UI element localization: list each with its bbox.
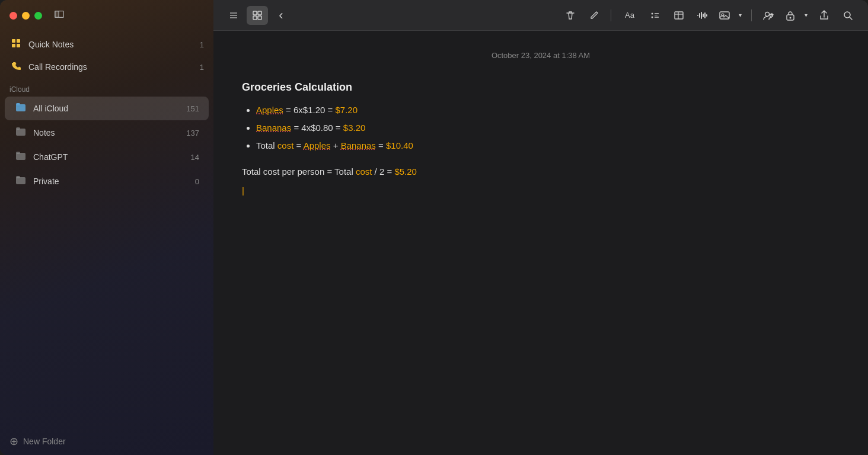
all-icloud-count: 151: [186, 104, 199, 113]
bananas-value: $3.20: [343, 123, 366, 133]
maximize-button[interactable]: [34, 12, 42, 20]
format-list-button[interactable]: [644, 6, 666, 25]
compose-button[interactable]: [583, 6, 605, 25]
photo-button[interactable]: [716, 6, 733, 25]
lock-button[interactable]: [781, 6, 799, 25]
share-icon: [819, 10, 829, 21]
quick-notes-label: Quick Notes: [28, 40, 194, 49]
sidebar-toggle-button[interactable]: [54, 9, 65, 23]
sidebar: Quick Notes 1 Call Recordings 1 iCloud: [0, 0, 213, 455]
private-count: 0: [195, 177, 199, 186]
new-folder-label: New Folder: [23, 437, 66, 446]
svg-rect-5: [17, 44, 20, 47]
per-person-cost: cost: [356, 166, 372, 177]
all-icloud-label: All iCloud: [33, 104, 180, 113]
photo-icon: [719, 10, 730, 21]
table-icon: [674, 10, 684, 21]
svg-point-21: [652, 12, 653, 14]
new-folder-button[interactable]: ⊕ New Folder: [9, 435, 204, 448]
audio-icon: [697, 10, 709, 21]
folder-all-icloud[interactable]: All iCloud 151: [5, 97, 209, 120]
toolbar-divider-1: [611, 9, 611, 21]
format-list-icon: [650, 10, 660, 21]
back-button[interactable]: ‹: [270, 6, 292, 25]
share-button[interactable]: [813, 6, 835, 25]
total-plus: +: [331, 140, 341, 150]
table-button[interactable]: [668, 6, 690, 25]
photo-dropdown-button[interactable]: ▾: [735, 6, 745, 25]
note-total-per-person: Total cost per person = Total cost / 2 =…: [242, 165, 840, 179]
cursor-indicator: |: [242, 185, 244, 196]
svg-rect-17: [253, 11, 257, 15]
chatgpt-count: 14: [191, 153, 199, 162]
search-button[interactable]: [837, 6, 859, 25]
svg-point-22: [652, 16, 653, 18]
collaborate-button[interactable]: [758, 6, 779, 25]
svg-rect-13: [16, 176, 20, 178]
sidebar-item-quick-notes[interactable]: Quick Notes 1: [0, 33, 213, 56]
total-cost-text: cost: [277, 140, 294, 150]
note-cursor-line[interactable]: |: [242, 184, 840, 198]
total-eq: =: [293, 140, 303, 150]
svg-rect-4: [12, 44, 15, 47]
lock-dropdown: ▾: [781, 6, 811, 25]
svg-rect-18: [258, 11, 261, 15]
delete-button[interactable]: [560, 6, 581, 25]
folder-chatgpt[interactable]: ChatGPT 14: [5, 145, 209, 169]
quick-notes-icon: [9, 38, 23, 51]
grid-view-button[interactable]: [247, 6, 268, 25]
list-view-icon: [228, 10, 239, 21]
grid-view-icon: [252, 10, 263, 21]
folder-notes[interactable]: Notes 137: [5, 121, 209, 145]
folder-private[interactable]: Private 0: [5, 169, 209, 193]
note-date: October 23, 2024 at 1:38 AM: [242, 50, 840, 62]
total-apples: Apples: [304, 140, 331, 150]
call-recordings-count: 1: [200, 63, 204, 72]
note-title[interactable]: Groceries Calculation: [242, 79, 840, 96]
total-bananas: Bananas: [341, 140, 376, 150]
titlebar: [0, 0, 213, 31]
lock-icon: [786, 10, 795, 21]
note-list-item-bananas: Bananas = 4x$0.80 = $3.20: [256, 121, 840, 135]
font-icon: Aa: [625, 11, 634, 20]
main-area: ‹ Aa: [213, 0, 868, 455]
notes-count: 137: [186, 129, 199, 137]
call-recordings-icon: [9, 60, 23, 73]
sidebar-bottom: ⊕ New Folder: [0, 428, 213, 455]
bananas-eq: = 4x$0.80 =: [291, 123, 343, 133]
note-list-item-total: Total cost = Apples + Bananas = $10.40: [256, 139, 840, 153]
quick-notes-count: 1: [200, 40, 204, 49]
note-content-area: October 23, 2024 at 1:38 AM Groceries Ca…: [213, 31, 868, 455]
private-label: Private: [33, 177, 189, 186]
svg-rect-2: [12, 39, 15, 43]
svg-rect-0: [55, 11, 59, 17]
toolbar: ‹ Aa: [213, 0, 868, 31]
font-button[interactable]: Aa: [617, 6, 642, 25]
close-button[interactable]: [9, 12, 17, 20]
lock-dropdown-button[interactable]: ▾: [800, 6, 811, 25]
all-icloud-folder-icon: [14, 102, 27, 115]
photo-dropdown: ▾: [716, 6, 745, 25]
folder-list: All iCloud 151 Notes 137 ChatGPT 14: [0, 96, 213, 194]
notes-label: Notes: [33, 128, 180, 137]
bananas-text: Bananas: [256, 123, 291, 133]
svg-rect-3: [17, 39, 20, 43]
list-view-button[interactable]: [223, 6, 244, 25]
svg-rect-19: [253, 16, 257, 20]
minimize-button[interactable]: [22, 12, 30, 20]
private-folder-icon: [14, 175, 27, 188]
search-icon: [843, 10, 853, 21]
per-person-prefix: Total cost per person = Total: [242, 166, 356, 177]
audio-button[interactable]: [692, 6, 713, 25]
sidebar-toggle-icon: [54, 9, 65, 20]
sidebar-item-call-recordings[interactable]: Call Recordings 1: [0, 56, 213, 78]
svg-rect-20: [258, 16, 261, 20]
notes-folder-icon: [14, 126, 27, 139]
svg-point-37: [765, 12, 770, 16]
svg-rect-7: [16, 103, 20, 105]
compose-icon: [589, 10, 599, 21]
apples-value: $7.20: [335, 105, 358, 115]
total-eq2: =: [376, 140, 386, 150]
per-person-value: $5.20: [394, 166, 417, 177]
note-list-item-apples: Apples = 6x$1.20 = $7.20: [256, 103, 840, 117]
